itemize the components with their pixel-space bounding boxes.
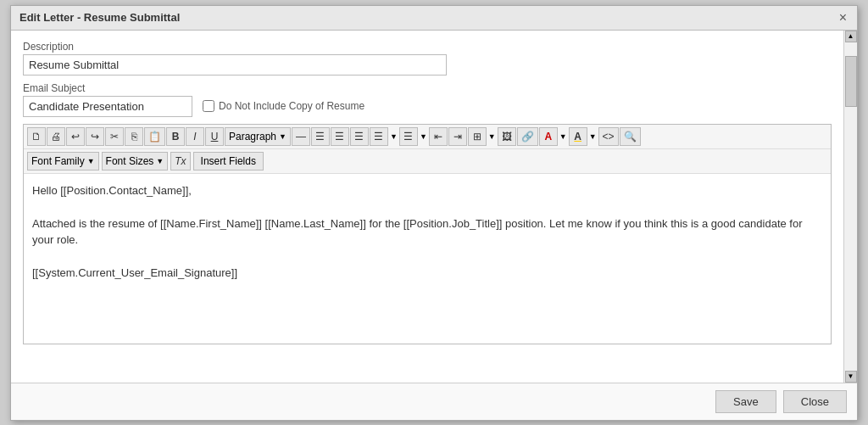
font-sizes-arrow: ▼ (156, 157, 164, 165)
align-right-button[interactable]: ☰ (350, 127, 369, 146)
description-field-group: Description (23, 41, 832, 75)
scrollbar-thumb[interactable] (845, 56, 857, 107)
list-ul-button[interactable]: ☰ (370, 127, 388, 146)
link-button[interactable]: 🔗 (517, 127, 538, 146)
table-button[interactable]: ⊞ (468, 127, 487, 146)
scroll-down-button[interactable]: ▼ (845, 371, 857, 383)
save-button[interactable]: Save (715, 390, 776, 413)
source-button[interactable]: <> (598, 127, 619, 146)
indent-left-button[interactable]: ⇤ (429, 127, 448, 146)
toolbar-row1: 🗋 🖨 ↩ ↪ ✂ ⎘ 📋 B I U Paragraph ▼ — ☰ (24, 125, 831, 149)
font-family-arrow: ▼ (87, 157, 95, 165)
copy-of-resume-label: Do Not Include Copy of Resume (219, 100, 364, 112)
copy-button[interactable]: ⎘ (125, 127, 143, 146)
new-doc-button[interactable]: 🗋 (27, 127, 46, 146)
redo-button[interactable]: ↪ (86, 127, 104, 146)
font-color-arrow[interactable]: ▼ (559, 132, 568, 141)
undo-button[interactable]: ↩ (66, 127, 85, 146)
paragraph-select-label: Paragraph (229, 131, 276, 143)
email-subject-label: Email Subject (23, 82, 832, 94)
editor-area[interactable]: Hello [[Position.Contact_Name]], Attache… (24, 174, 831, 344)
modal-close-button[interactable]: × (837, 11, 849, 25)
list-ul-arrow[interactable]: ▼ (389, 132, 398, 141)
paragraph-dropdown-arrow: ▼ (279, 132, 287, 141)
list-ol-button[interactable]: ☰ (399, 127, 418, 146)
underline-button[interactable]: U (205, 127, 224, 146)
font-sizes-label: Font Sizes (106, 155, 154, 167)
modal-title: Edit Letter - Resume Submittal (19, 11, 180, 24)
clear-format-button[interactable]: Tx (170, 152, 190, 171)
email-subject-field-group: Email Subject Do Not Include Copy of Res… (23, 82, 832, 117)
modal-content-area: Description Email Subject Do Not Include… (11, 31, 843, 383)
insert-fields-button[interactable]: Insert Fields (193, 152, 264, 171)
font-color-button[interactable]: A (539, 127, 558, 146)
scrollbar[interactable]: ▲ ▼ (843, 31, 857, 383)
copy-of-resume-checkbox-label[interactable]: Do Not Include Copy of Resume (203, 100, 364, 112)
font-sizes-select[interactable]: Font Sizes ▼ (102, 152, 169, 171)
align-center-button[interactable]: ☰ (331, 127, 349, 146)
align-left-button[interactable]: ☰ (311, 127, 330, 146)
italic-button[interactable]: I (186, 127, 204, 146)
editor-line-4 (32, 249, 822, 266)
editor-line-1: Hello [[Position.Contact_Name]], (32, 182, 822, 199)
modal-footer: Save Close (11, 383, 857, 420)
paste-button[interactable]: 📋 (144, 127, 165, 146)
cut-button[interactable]: ✂ (105, 127, 124, 146)
editor-line-2 (32, 199, 822, 215)
email-subject-row: Do Not Include Copy of Resume (23, 96, 832, 117)
modal-body: Description Email Subject Do Not Include… (11, 31, 857, 383)
print-button[interactable]: 🖨 (47, 127, 65, 146)
scroll-up-button[interactable]: ▲ (845, 31, 857, 42)
bold-button[interactable]: B (166, 127, 185, 146)
font-family-select[interactable]: Font Family ▼ (27, 152, 99, 171)
table-arrow[interactable]: ▼ (487, 132, 497, 141)
copy-of-resume-checkbox[interactable] (203, 100, 214, 112)
highlight-arrow[interactable]: ▼ (588, 132, 598, 141)
editor-line-5: [[System.Current_User_Email_Signature]] (32, 265, 822, 282)
modal-header: Edit Letter - Resume Submittal × (11, 6, 857, 31)
modal-container: Edit Letter - Resume Submittal × Descrip… (10, 5, 858, 421)
editor-line-3: Attached is the resume of [[Name.First_N… (32, 215, 822, 249)
indent-right-button[interactable]: ⇥ (448, 127, 467, 146)
description-label: Description (23, 41, 832, 53)
email-subject-input[interactable] (23, 96, 192, 117)
editor-container: 🗋 🖨 ↩ ↪ ✂ ⎘ 📋 B I U Paragraph ▼ — ☰ (23, 124, 832, 344)
toolbar-row2: Font Family ▼ Font Sizes ▼ Tx Insert Fie… (24, 149, 831, 174)
highlight-button[interactable]: A (569, 127, 587, 146)
font-family-label: Font Family (31, 155, 85, 167)
list-ol-arrow[interactable]: ▼ (419, 132, 428, 141)
description-input[interactable] (23, 54, 447, 75)
hr-button[interactable]: — (292, 127, 310, 146)
find-button[interactable]: 🔍 (620, 127, 641, 146)
image-button[interactable]: 🖼 (498, 127, 516, 146)
paragraph-select[interactable]: Paragraph ▼ (225, 127, 291, 146)
close-button[interactable]: Close (783, 390, 847, 413)
